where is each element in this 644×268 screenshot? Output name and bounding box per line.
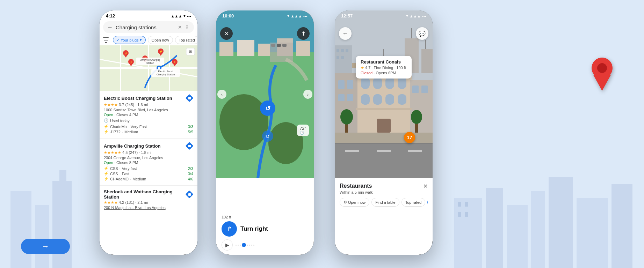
close-panel-btn[interactable]: ✕ xyxy=(423,183,428,189)
time-2: 10:00 xyxy=(222,13,234,18)
svg-rect-77 xyxy=(385,77,394,89)
svg-rect-80 xyxy=(373,94,382,105)
svg-rect-108 xyxy=(356,108,412,110)
svg-text:⚡: ⚡ xyxy=(130,60,133,64)
wifi-icon-2: ▾ xyxy=(287,14,289,18)
place-card-status: Closed · Opens 6PM xyxy=(361,71,407,75)
svg-rect-12 xyxy=(465,202,468,207)
svg-rect-0 xyxy=(10,191,31,268)
svg-rect-101 xyxy=(337,56,339,59)
panel-chip-more[interactable]: More xyxy=(427,198,428,207)
signal-icon-2: ▲▲▲ xyxy=(291,14,302,18)
clear-icon[interactable]: ✕ xyxy=(178,24,182,30)
svg-rect-92 xyxy=(421,85,428,93)
svg-rect-11 xyxy=(458,202,461,207)
chip-your-plugs[interactable]: ✓ Your plugs ▾ xyxy=(113,36,146,44)
back-arrow-icon[interactable]: ← xyxy=(107,24,113,30)
svg-rect-91 xyxy=(412,85,419,93)
charger-row-2a: ⚡ CSS · Very fast 2/3 xyxy=(104,166,193,171)
result-rating-3: ★★★★ 4.2 (131) · 2.1 mi xyxy=(104,200,193,205)
battery-icon-1: ▪▪▪ xyxy=(187,14,191,18)
place-marker: 17 xyxy=(404,132,415,143)
svg-rect-104 xyxy=(421,49,433,73)
svg-rect-70 xyxy=(377,150,391,152)
svg-rect-86 xyxy=(338,80,345,89)
result-name-3: Sherlock and Wattson Charging Station xyxy=(104,189,186,200)
chip-open-now[interactable]: Open now xyxy=(148,36,173,44)
svg-point-94 xyxy=(340,109,353,125)
svg-text:⚡: ⚡ xyxy=(173,60,176,64)
result-rating-1: ★★★★ 3.7 (245) · 1.6 mi xyxy=(104,103,193,107)
svg-rect-87 xyxy=(347,80,353,89)
phone-2: 10:00 ▾ ▲▲▲ ▪▪▪ ✕ ⬆ xyxy=(216,10,314,255)
charger-row-1b: ⚡ J1772 · Medium 5/5 xyxy=(104,129,193,134)
search-bar-1[interactable]: ← Charging stations ✕ 🎙 xyxy=(103,21,194,33)
nav-instruction-text: Turn right xyxy=(240,225,268,232)
svg-rect-102 xyxy=(341,56,344,59)
result-address-3: 200 N Magic La... Blvd, Los Angeles xyxy=(104,206,193,210)
close-btn-2[interactable]: ✕ xyxy=(220,27,233,40)
panel-chip-top-rated[interactable]: Top-rated xyxy=(401,198,425,207)
message-btn-3[interactable]: 💬 xyxy=(416,27,428,40)
result-name-2: Ampville Charging Station xyxy=(104,143,186,149)
nav-prev-btn[interactable]: ‹ xyxy=(217,90,226,99)
svg-rect-78 xyxy=(398,77,406,89)
result-item-3[interactable]: Sherlock and Wattson Charging Station ★★… xyxy=(100,186,197,214)
svg-rect-1 xyxy=(35,205,49,268)
svg-rect-88 xyxy=(338,94,345,101)
status-bar-2: 10:00 ▾ ▲▲▲ ▪▪▪ xyxy=(216,10,314,20)
svg-rect-71 xyxy=(408,150,422,152)
nav-play-btn[interactable]: ▶ xyxy=(222,239,233,251)
result-item-1[interactable]: Electric Boost Charging Station ★★★★ 3.7… xyxy=(100,91,197,139)
svg-point-16 xyxy=(597,63,607,73)
result-icon-3 xyxy=(186,191,193,198)
wifi-icon-3: ▾ xyxy=(406,14,408,18)
status-icons-1: ▲▲▲ ▾ ▪▪▪ xyxy=(171,14,191,18)
share-btn[interactable]: ⬆ xyxy=(297,27,310,40)
svg-rect-59 xyxy=(296,41,310,56)
battery-icon-2: ▪▪▪ xyxy=(303,14,307,18)
bg-arrow: → xyxy=(21,239,70,254)
map-area-1[interactable]: ⚡ ⚡ ⚡ ⚡ xyxy=(100,45,197,91)
back-btn-3[interactable]: ← xyxy=(339,27,352,40)
results-list: Electric Boost Charging Station ★★★★ 3.7… xyxy=(100,91,197,214)
status-bar-1: 4:12 ▲▲▲ ▾ ▪▪▪ xyxy=(100,10,197,20)
mic-icon[interactable]: 🎙 xyxy=(185,24,190,30)
result-item-2[interactable]: Ampville Charging Station ★★★★★ 4.5 (247… xyxy=(100,139,197,186)
svg-point-25 xyxy=(158,67,160,69)
svg-text:⊞: ⊞ xyxy=(189,50,192,53)
place-card-name: Restaurant Conais xyxy=(361,59,407,65)
signal-icon-1: ▲▲▲ xyxy=(171,14,182,18)
filter-icon-3: ⚙ xyxy=(343,200,347,204)
panel-chip-find-table[interactable]: Find a table xyxy=(371,198,399,207)
nav-turn-icon: ↱ xyxy=(222,221,237,237)
chip-top-rated[interactable]: Top rated xyxy=(175,36,197,44)
panel-chips: ⚙ Open now Find a table Top-rated More xyxy=(340,198,428,207)
svg-marker-17 xyxy=(593,75,611,91)
result-hours-2: Open · Closes 8 PM xyxy=(104,161,193,165)
filter-chips: ✓ Your plugs ▾ Open now Top rated xyxy=(100,35,197,45)
svg-rect-75 xyxy=(361,77,370,89)
place-card-info: ★ 4.7 · Fine Dining · 190 ft xyxy=(361,66,407,70)
nav-controls: ▶ xyxy=(222,239,308,251)
panel-chip-filter[interactable]: ⚙ Open now xyxy=(340,198,369,207)
svg-text:Charging Station: Charging Station xyxy=(157,73,175,76)
svg-rect-82 xyxy=(398,94,406,105)
svg-rect-83 xyxy=(377,119,391,133)
svg-rect-8 xyxy=(549,177,573,268)
nav-next-btn[interactable]: › xyxy=(303,90,312,99)
aerial-view[interactable]: 10:00 ▾ ▲▲▲ ▪▪▪ ✕ ⬆ xyxy=(216,10,314,178)
charger-row-1a: ⚡ ChadeMo · Very Fast 3/3 xyxy=(104,124,193,129)
svg-point-51 xyxy=(219,94,268,150)
street-view[interactable]: 12:57 ▾ ▲▲▲ ▪▪▪ ← 💬 xyxy=(335,10,433,178)
result-address-1: 1000 Sunrise Town Blvd, Los Angeles xyxy=(104,108,193,112)
nav-distance-top: 102 ft xyxy=(222,215,308,219)
svg-rect-9 xyxy=(577,198,608,268)
svg-rect-98 xyxy=(337,49,339,52)
street-top-btns: ← 💬 xyxy=(335,24,433,43)
svg-rect-89 xyxy=(347,94,353,101)
svg-rect-69 xyxy=(345,150,359,152)
nav-progress-dots xyxy=(236,243,308,247)
filter-adjust-icon[interactable] xyxy=(103,37,109,43)
result-hours-1: Open · Closes 4 PM xyxy=(104,113,193,117)
